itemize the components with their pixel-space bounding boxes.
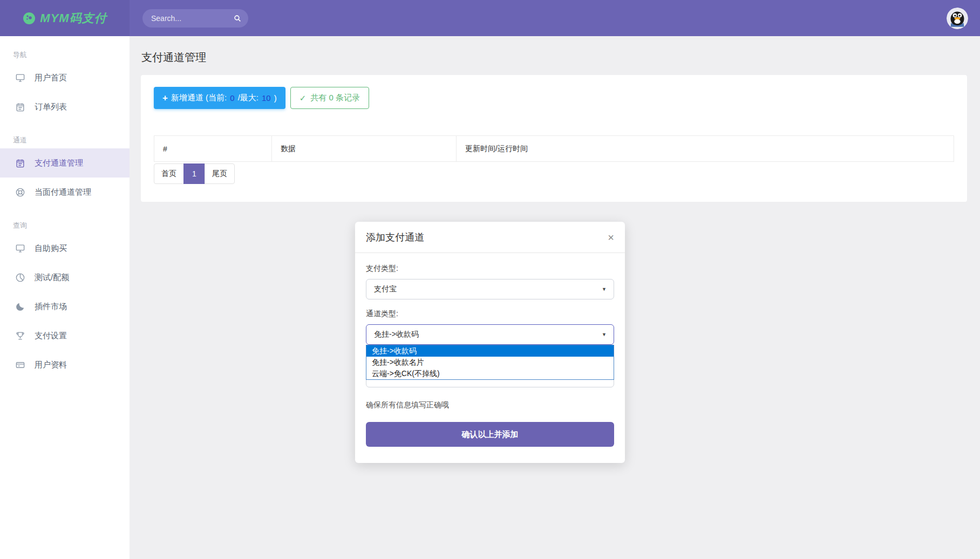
sidebar-item-label: 自助购买 [35, 243, 67, 254]
toolbar: + 新增通道 (当前: 0 /最大: 10 ) ✓ 共有 0 条记录 [154, 87, 954, 109]
creditcard-icon [15, 360, 25, 370]
sidebar-item-order-list[interactable]: 订单列表 [0, 92, 130, 121]
pagination-current[interactable]: 1 [183, 163, 205, 184]
trophy-icon [15, 331, 25, 341]
channel-card: + 新增通道 (当前: 0 /最大: 10 ) ✓ 共有 0 条记录 # 数据 … [141, 75, 967, 202]
sidebar-item-label: 用户资料 [35, 360, 67, 370]
dropdown-option-qr-code[interactable]: 免挂->收款码 [366, 345, 614, 357]
sidebar-item-test-quota[interactable]: 测试/配额 [0, 263, 130, 292]
close-icon[interactable]: × [608, 232, 614, 243]
col-header-updated-runtime: 更新时间/运行时间 [457, 136, 954, 162]
plus-icon: + [162, 93, 168, 104]
sidebar-section-channel: 通道 [0, 121, 130, 148]
sidebar-item-payment-channel-mgmt[interactable]: 支付通道管理 [0, 148, 130, 178]
modal-header: 添加支付通道 × [355, 222, 625, 253]
add-channel-button[interactable]: + 新增通道 (当前: 0 /最大: 10 ) [154, 87, 285, 109]
brand-title: MYM码支付 [40, 10, 106, 26]
channel-table: # 数据 更新时间/运行时间 [154, 135, 954, 162]
add-channel-label-suffix: ) [274, 93, 277, 103]
monitor-icon [15, 243, 25, 254]
dropdown-option-business-card[interactable]: 免挂->收款名片 [366, 357, 614, 368]
qq-penguin-avatar-icon [947, 8, 968, 29]
modal-note: 确保所有信息填写正确哦 [366, 400, 614, 410]
sidebar: 导航 用户首页 订单列表 通道 支付通道管理 当面付通道管理 查询 自助购买 [0, 36, 130, 559]
search-bar [142, 9, 248, 28]
sidebar-item-label: 当面付通道管理 [35, 187, 91, 197]
current-channel-count: 0 [230, 93, 234, 103]
dropdown-option-cloud-ck[interactable]: 云端->免CK(不掉线) [366, 368, 614, 379]
add-channel-label-prefix: 新增通道 (当前: [171, 93, 227, 103]
max-channel-count: 10 [262, 93, 271, 103]
user-avatar[interactable] [947, 8, 968, 29]
sidebar-item-plugin-market[interactable]: 插件市场 [0, 292, 130, 321]
sidebar-item-label: 订单列表 [35, 102, 67, 112]
sidebar-section-nav: 导航 [0, 36, 130, 63]
clipboard-icon [15, 158, 25, 168]
lifering-icon [15, 187, 25, 197]
confirm-add-button[interactable]: 确认以上并添加 [366, 422, 614, 447]
channel-type-value: 免挂->收款码 [374, 330, 419, 339]
add-channel-label-separator: /最大: [238, 93, 258, 103]
brand[interactable]: MYM码支付 [0, 0, 130, 36]
search-input[interactable] [151, 14, 233, 23]
chevron-down-icon: ▼ [602, 332, 607, 337]
channel-type-select[interactable]: 免挂->收款码 ▼ [366, 324, 614, 345]
table-header-row: # 数据 更新时间/运行时间 [154, 136, 954, 162]
page-title: 支付通道管理 [130, 36, 980, 65]
payment-type-value: 支付宝 [374, 284, 397, 294]
chevron-down-icon: ▼ [602, 287, 607, 292]
pagination-last[interactable]: 尾页 [205, 163, 235, 184]
monitor-icon [15, 73, 25, 83]
clipboard-icon [15, 102, 25, 112]
sidebar-item-label: 用户首页 [35, 73, 67, 83]
col-header-index: # [154, 136, 272, 162]
sidebar-item-self-purchase[interactable]: 自助购买 [0, 234, 130, 263]
sidebar-item-user-profile[interactable]: 用户资料 [0, 350, 130, 379]
check-icon: ✓ [300, 93, 307, 103]
sidebar-item-label: 支付设置 [35, 331, 67, 341]
channel-type-dropdown: 免挂->收款码 免挂->收款名片 云端->免CK(不掉线) [366, 345, 614, 380]
pagination: 首页 1 尾页 [154, 163, 235, 184]
record-count-label: 共有 0 条记录 [310, 93, 360, 103]
modal-title: 添加支付通道 [366, 231, 424, 244]
add-payment-channel-modal: 添加支付通道 × 支付类型: 支付宝 ▼ 通道类型: 免挂->收款码 ▼ 免挂-… [355, 222, 625, 463]
channel-type-label: 通道类型: [366, 309, 614, 319]
piechart-icon [15, 272, 25, 283]
topbar: MYM码支付 [0, 0, 980, 36]
sidebar-item-user-home[interactable]: 用户首页 [0, 63, 130, 92]
channel-type-select-wrap: 免挂->收款码 ▼ 免挂->收款码 免挂->收款名片 云端->免CK(不掉线) [366, 324, 614, 345]
sidebar-item-label: 支付通道管理 [35, 158, 83, 168]
payment-type-select[interactable]: 支付宝 ▼ [366, 279, 614, 299]
modal-body: 支付类型: 支付宝 ▼ 通道类型: 免挂->收款码 ▼ 免挂->收款码 免挂->… [355, 253, 625, 458]
sidebar-item-label: 测试/配额 [35, 272, 69, 283]
payment-type-label: 支付类型: [366, 264, 614, 274]
brand-logo-icon [23, 12, 36, 25]
sidebar-item-label: 插件市场 [35, 302, 67, 312]
sidebar-item-payment-settings[interactable]: 支付设置 [0, 321, 130, 350]
search-icon[interactable] [233, 14, 242, 23]
sidebar-section-query: 查询 [0, 207, 130, 234]
moon-icon [15, 302, 25, 312]
col-header-data: 数据 [272, 136, 457, 162]
record-count-button[interactable]: ✓ 共有 0 条记录 [290, 87, 369, 109]
sidebar-item-f2f-channel-mgmt[interactable]: 当面付通道管理 [0, 178, 130, 207]
pagination-first[interactable]: 首页 [154, 163, 184, 184]
